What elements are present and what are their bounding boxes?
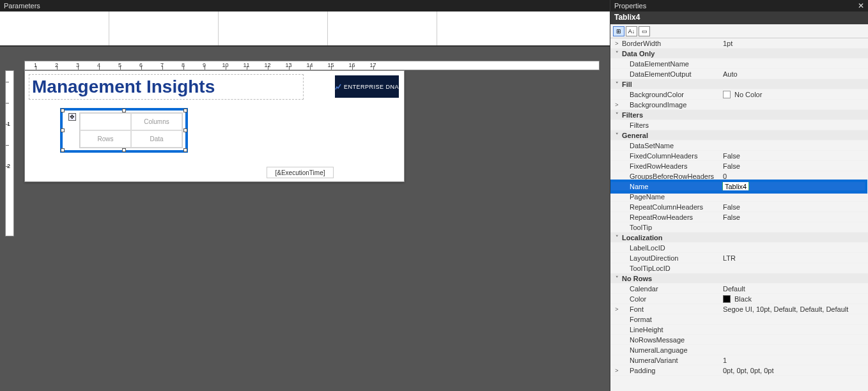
- expander-icon[interactable]: ˅: [613, 275, 621, 282]
- resize-handle[interactable]: [183, 109, 187, 112]
- property-value[interactable]: LTR: [723, 254, 868, 262]
- logo-image[interactable]: ENTERPRISE DNA: [335, 75, 399, 98]
- property-row[interactable]: NameTablix4: [610, 181, 865, 192]
- tablix-data-cell[interactable]: Data: [131, 130, 182, 148]
- property-row[interactable]: Format: [610, 314, 868, 325]
- property-value-text: False: [723, 152, 740, 160]
- property-row[interactable]: LayoutDirectionLTR: [610, 253, 868, 263]
- categorized-button[interactable]: ⊞: [613, 26, 624, 36]
- resize-handle[interactable]: [122, 148, 126, 152]
- expander-icon[interactable]: >: [613, 367, 621, 374]
- expander-icon[interactable]: >: [613, 102, 621, 108]
- expander-icon[interactable]: ˅: [613, 132, 621, 139]
- property-category[interactable]: ˅No Rows: [610, 273, 868, 284]
- property-row[interactable]: DataSetName: [610, 141, 868, 151]
- property-category[interactable]: ˅Localization: [610, 233, 868, 243]
- property-row[interactable]: RepeatRowHeadersFalse: [610, 212, 868, 222]
- property-row[interactable]: Filters: [610, 120, 868, 130]
- property-row[interactable]: FixedColumnHeadersFalse: [610, 151, 868, 161]
- property-value[interactable]: 0: [723, 172, 868, 180]
- tablix-rows-cell[interactable]: Rows: [80, 130, 131, 148]
- resize-handle[interactable]: [183, 128, 187, 132]
- param-cell[interactable]: [0, 16, 109, 42]
- resize-handle[interactable]: [61, 148, 65, 152]
- execution-time-value: [&ExecutionTime]: [275, 169, 325, 176]
- execution-time-textbox[interactable]: [&ExecutionTime]: [267, 167, 334, 178]
- property-value[interactable]: 1pt: [723, 40, 868, 47]
- param-cell[interactable]: [328, 16, 437, 42]
- design-surface-scroll[interactable]: 1234567891011121314151617 12 Management …: [0, 47, 610, 391]
- property-value[interactable]: 0pt, 0pt, 0pt, 0pt: [723, 367, 868, 374]
- property-name: Padding: [621, 367, 723, 374]
- property-category[interactable]: ˅Filters: [610, 110, 868, 120]
- property-pages-button[interactable]: ▭: [639, 26, 650, 36]
- property-value[interactable]: Black: [723, 295, 868, 303]
- title-textbox[interactable]: Management Insights: [29, 74, 304, 100]
- move-handle-icon[interactable]: ✥: [68, 113, 76, 121]
- property-category[interactable]: ˅Data Only: [610, 49, 868, 59]
- close-icon[interactable]: ✕: [858, 1, 864, 10]
- property-name: Filters: [621, 111, 723, 119]
- resize-handle[interactable]: [122, 109, 126, 112]
- property-row[interactable]: NoRowsMessage: [610, 335, 868, 345]
- param-cell[interactable]: [109, 16, 218, 42]
- resize-handle[interactable]: [183, 148, 187, 152]
- properties-object-name[interactable]: Tablix4: [610, 12, 868, 24]
- property-row[interactable]: LabelLocID: [610, 243, 868, 253]
- property-value[interactable]: False: [723, 203, 868, 211]
- property-value-input[interactable]: Tablix4: [723, 182, 748, 191]
- property-value[interactable]: 1: [723, 356, 868, 364]
- expander-icon[interactable]: ˅: [613, 81, 621, 88]
- parameters-area[interactable]: [0, 12, 610, 47]
- property-row[interactable]: ColorBlack: [610, 294, 868, 304]
- property-value[interactable]: False: [723, 152, 868, 160]
- property-row[interactable]: BackgroundColorNo Color: [610, 89, 868, 100]
- property-row[interactable]: PageName: [610, 192, 868, 202]
- property-row[interactable]: NumeralVariant1: [610, 355, 868, 365]
- property-row[interactable]: ToolTip: [610, 222, 868, 233]
- property-row[interactable]: ToolTipLocID: [610, 263, 868, 273]
- properties-grid[interactable]: >BorderWidth1pt˅Data OnlyDataElementName…: [610, 38, 868, 391]
- expander-icon[interactable]: >: [613, 306, 621, 312]
- property-name: Format: [621, 316, 723, 323]
- property-row[interactable]: RepeatColumnHeadersFalse: [610, 202, 868, 212]
- property-row[interactable]: DataElementName: [610, 59, 868, 69]
- property-row[interactable]: DataElementOutputAuto: [610, 69, 868, 79]
- property-row[interactable]: >FontSegoe UI, 10pt, Default, Default, D…: [610, 304, 868, 314]
- property-row[interactable]: >Padding0pt, 0pt, 0pt, 0pt: [610, 365, 868, 376]
- property-name: LabelLocID: [621, 244, 723, 252]
- property-value[interactable]: Tablix4: [723, 182, 865, 191]
- tablix-corner-cell[interactable]: [80, 113, 131, 130]
- property-value-text: Segoe UI, 10pt, Default, Default, Defaul…: [723, 305, 848, 313]
- tablix-columns-cell[interactable]: Columns: [131, 113, 182, 130]
- property-value[interactable]: False: [723, 213, 868, 221]
- vertical-ruler: 12: [5, 70, 14, 236]
- param-cell[interactable]: [219, 16, 327, 42]
- property-row[interactable]: >BorderWidth1pt: [610, 38, 868, 49]
- property-value[interactable]: False: [723, 162, 868, 170]
- property-category[interactable]: ˅General: [610, 130, 868, 141]
- property-category[interactable]: ˅Fill: [610, 79, 868, 89]
- tablix-selected[interactable]: ✥ Columns Rows Data: [60, 108, 188, 153]
- property-row[interactable]: LineHeight: [610, 325, 868, 335]
- property-value[interactable]: Auto: [723, 70, 868, 78]
- property-row[interactable]: GroupsBeforeRowHeaders0: [610, 171, 868, 181]
- expander-icon[interactable]: ˅: [613, 50, 621, 57]
- property-row[interactable]: CalendarDefault: [610, 284, 868, 294]
- property-row[interactable]: >BackgroundImage: [610, 100, 868, 110]
- resize-handle[interactable]: [61, 109, 65, 112]
- resize-handle[interactable]: [61, 128, 65, 132]
- report-body[interactable]: Management Insights ENTERPRISE DNA ✥ Col…: [24, 70, 405, 182]
- property-row[interactable]: FixedRowHeadersFalse: [610, 161, 868, 171]
- alphabetical-button[interactable]: A↓: [626, 26, 637, 36]
- expander-icon[interactable]: >: [613, 40, 621, 47]
- property-value[interactable]: Segoe UI, 10pt, Default, Default, Defaul…: [723, 305, 868, 313]
- property-value-text: 1pt: [723, 40, 732, 47]
- property-value[interactable]: No Color: [723, 91, 868, 98]
- expander-icon[interactable]: ˅: [613, 234, 621, 241]
- property-row[interactable]: NumeralLanguage: [610, 345, 868, 355]
- expander-icon[interactable]: ˅: [613, 112, 621, 118]
- property-value-text: False: [723, 213, 740, 221]
- property-value[interactable]: Default: [723, 285, 868, 293]
- horizontal-ruler: 1234567891011121314151617: [24, 61, 600, 70]
